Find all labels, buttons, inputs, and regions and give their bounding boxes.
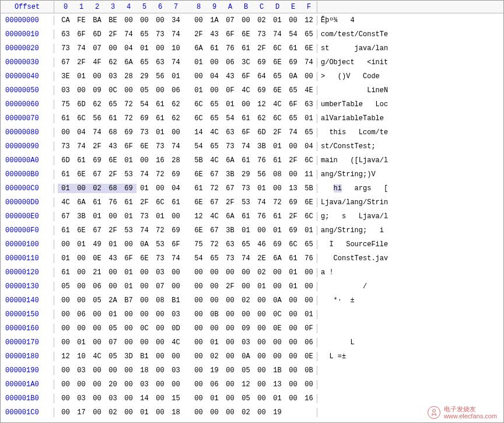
hex-byte[interactable]: 2F xyxy=(270,128,285,137)
hex-byte[interactable]: 72 xyxy=(121,100,136,109)
hex-byte[interactable]: 73 xyxy=(58,44,74,53)
hex-byte[interactable]: 3B xyxy=(74,212,89,221)
hex-byte[interactable]: 02 xyxy=(238,296,254,305)
hex-byte[interactable]: 53 xyxy=(121,226,136,235)
hex-byte[interactable]: 6E xyxy=(105,156,121,165)
hex-byte[interactable]: 00 xyxy=(238,268,254,277)
hex-byte[interactable]: 00 xyxy=(136,268,152,277)
hex-byte[interactable]: 0C xyxy=(270,310,285,319)
hex-byte[interactable]: 07 xyxy=(222,16,238,25)
hex-byte[interactable]: 00 xyxy=(285,352,301,361)
hex-byte[interactable]: 12 xyxy=(238,380,254,389)
hex-byte[interactable]: 4F xyxy=(89,58,105,67)
hex-byte[interactable]: 6E xyxy=(74,170,89,179)
hex-byte[interactable]: 69 xyxy=(285,198,301,207)
hex-byte[interactable]: 54 xyxy=(191,142,206,151)
hex-byte[interactable]: 61 xyxy=(270,212,285,221)
ascii-cell[interactable] xyxy=(317,380,503,389)
hex-byte[interactable]: 10 xyxy=(74,352,89,361)
hex-byte[interactable]: 61 xyxy=(58,170,74,179)
hex-byte[interactable]: 74 xyxy=(238,254,254,263)
ascii-cell[interactable]: this Lcom/te xyxy=(317,128,503,137)
hex-byte[interactable]: 00 xyxy=(152,324,168,333)
hex-byte[interactable]: 05 xyxy=(105,324,121,333)
hex-byte[interactable]: 19 xyxy=(270,408,285,417)
hex-byte[interactable]: 17 xyxy=(74,408,89,417)
hex-byte[interactable]: 00 xyxy=(152,86,168,95)
hex-byte[interactable]: 2F xyxy=(191,30,206,39)
ascii-cell[interactable]: a ! xyxy=(317,268,503,277)
hex-byte[interactable]: 6A xyxy=(222,156,238,165)
hex-byte[interactable]: 00 xyxy=(191,282,206,291)
hex-byte[interactable]: 00 xyxy=(105,44,121,53)
data-row[interactable]: 0000018012104C053DB100000002000A0000000E… xyxy=(1,349,503,363)
ascii-cell[interactable]: Êþº¾ 4 xyxy=(317,16,503,25)
hex-byte[interactable]: 05 xyxy=(136,86,152,95)
hex-byte[interactable]: 06 xyxy=(168,86,184,95)
hex-byte[interactable]: 00 xyxy=(168,128,184,137)
hex-byte[interactable]: 00 xyxy=(89,72,105,81)
hex-byte[interactable]: 4C xyxy=(168,338,184,347)
hex-byte[interactable]: 00 xyxy=(254,296,270,305)
hex-byte[interactable]: 00 xyxy=(254,366,270,375)
hex-byte[interactable]: 01 xyxy=(136,44,152,53)
hex-byte[interactable]: 00 xyxy=(74,296,89,305)
hex-byte[interactable]: 54 xyxy=(222,114,238,123)
hex-byte[interactable]: 08 xyxy=(270,170,285,179)
hex-byte[interactable]: 6A xyxy=(270,254,285,263)
hex-byte[interactable]: 4C xyxy=(238,86,254,95)
hex-byte[interactable]: 00 xyxy=(58,324,74,333)
hex-byte[interactable]: 6C xyxy=(74,114,89,123)
hex-byte[interactable]: 07 xyxy=(105,338,121,347)
hex-byte[interactable]: 00 xyxy=(285,310,301,319)
data-row[interactable]: 0000011001000E436F6E7374546573742E6A6176… xyxy=(1,251,503,265)
hex-byte[interactable]: 75 xyxy=(58,100,74,109)
hex-byte[interactable]: 3B xyxy=(254,142,270,151)
ascii-cell[interactable] xyxy=(317,394,503,403)
hex-byte[interactable]: 09 xyxy=(238,324,254,333)
hex-byte[interactable]: 4C xyxy=(206,156,222,165)
hex-byte[interactable]: CA xyxy=(58,16,74,25)
ascii-cell[interactable]: I SourceFile xyxy=(317,240,503,249)
hex-byte[interactable]: 01 xyxy=(301,310,317,319)
hex-byte[interactable]: 12 xyxy=(301,16,317,25)
hex-byte[interactable]: 00 xyxy=(121,380,136,389)
hex-byte[interactable]: 3B xyxy=(222,226,238,235)
hex-byte[interactable]: 01 xyxy=(121,156,136,165)
hex-byte[interactable]: 67 xyxy=(58,212,74,221)
hex-byte[interactable]: 2F xyxy=(254,44,270,53)
hex-byte[interactable]: 01 xyxy=(285,282,301,291)
ascii-cell[interactable]: umberTable Loc xyxy=(317,100,503,109)
hex-byte[interactable]: 72 xyxy=(270,198,285,207)
hex-byte[interactable]: 00 xyxy=(301,380,317,389)
hex-byte[interactable]: 04 xyxy=(301,142,317,151)
hex-byte[interactable]: 12 xyxy=(254,100,270,109)
hex-byte[interactable]: 12 xyxy=(58,352,74,361)
hex-byte[interactable]: 00 xyxy=(254,338,270,347)
hex-byte[interactable]: 00 xyxy=(191,338,206,347)
hex-byte[interactable]: 69 xyxy=(285,226,301,235)
hex-byte[interactable]: 3E xyxy=(58,72,74,81)
hex-byte[interactable]: 72 xyxy=(206,240,222,249)
hex-byte[interactable]: 00 xyxy=(89,408,105,417)
hex-byte[interactable]: 54 xyxy=(285,30,301,39)
ascii-cell[interactable]: ang/String;)V xyxy=(317,170,503,179)
hex-byte[interactable]: 01 xyxy=(136,184,152,193)
hex-byte[interactable]: 04 xyxy=(206,72,222,81)
hex-byte[interactable]: 00 xyxy=(285,394,301,403)
hex-byte[interactable]: 6C xyxy=(270,114,285,123)
hex-byte[interactable]: 69 xyxy=(270,240,285,249)
hex-byte[interactable]: 00 xyxy=(285,380,301,389)
hex-byte[interactable]: 68 xyxy=(105,184,121,193)
hex-byte[interactable]: 01 xyxy=(105,310,121,319)
hex-byte[interactable]: 00 xyxy=(168,268,184,277)
hex-byte[interactable]: 00 xyxy=(121,394,136,403)
hex-byte[interactable]: 67 xyxy=(89,170,105,179)
hex-byte[interactable]: 65 xyxy=(206,142,222,151)
hex-byte[interactable]: 00 xyxy=(254,352,270,361)
hex-byte[interactable]: 2F xyxy=(74,58,89,67)
data-row[interactable]: 0000012061002100010003000000000002000100… xyxy=(1,265,503,279)
hex-byte[interactable]: 63 xyxy=(222,128,238,137)
hex-byte[interactable]: 6D xyxy=(254,128,270,137)
hex-byte[interactable]: 76 xyxy=(301,254,317,263)
